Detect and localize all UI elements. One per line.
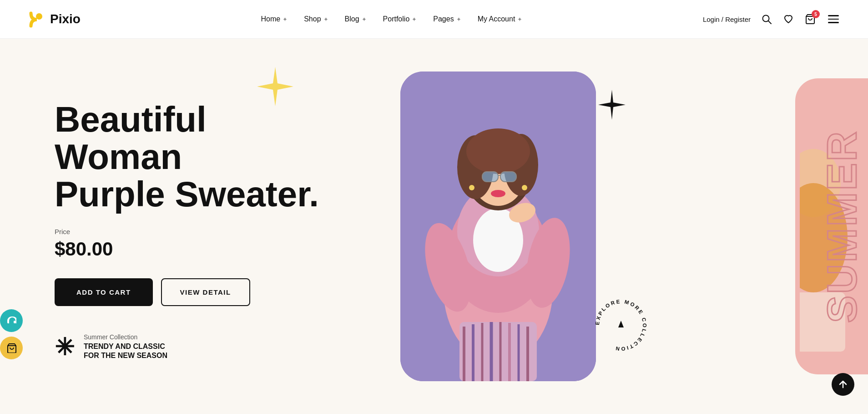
product-image-svg — [400, 72, 596, 381]
nav-portfolio-plus: ✦ — [412, 16, 417, 23]
product-image-card — [400, 72, 596, 381]
scroll-up-button[interactable] — [832, 373, 854, 396]
nav-pages[interactable]: Pages ✦ — [433, 15, 461, 23]
wishlist-icon-button[interactable] — [782, 13, 794, 25]
add-to-cart-button[interactable]: ADD TO CART — [55, 278, 153, 306]
main-nav: Home ✦ Shop ✦ Blog ✦ Portfolio ✦ Pages ✦… — [261, 15, 522, 23]
site-header: Pixio Home ✦ Shop ✦ Blog ✦ Portfolio ✦ P… — [0, 0, 868, 39]
nav-blog-plus: ✦ — [362, 16, 367, 23]
cart-float-button[interactable] — [0, 337, 23, 359]
svg-point-0 — [36, 13, 42, 20]
nav-account-plus: ✦ — [517, 16, 522, 23]
star-yellow-decoration — [255, 66, 296, 109]
hero-section: Beautiful Woman Purple Sweater. Price $8… — [0, 39, 868, 414]
heart-icon — [783, 14, 793, 24]
logo-text: Pixio — [50, 12, 81, 26]
logo[interactable]: Pixio — [27, 10, 81, 29]
collection-description: TRENDY AND CLASSIC FOR THE NEW SEASON — [84, 342, 167, 361]
svg-marker-4 — [257, 67, 293, 106]
svg-point-26 — [466, 128, 530, 174]
login-register-link[interactable]: Login / Register — [703, 15, 751, 23]
svg-rect-28 — [500, 172, 516, 182]
price-value: $80.00 — [55, 238, 337, 260]
search-icon — [762, 14, 772, 24]
nav-shop-plus: ✦ — [323, 16, 328, 23]
svg-point-30 — [491, 190, 505, 197]
summer-panel: SUMMER — [795, 78, 868, 374]
svg-rect-40 — [14, 321, 15, 323]
svg-point-32 — [522, 185, 527, 190]
svg-rect-8 — [459, 322, 537, 381]
header-actions: Login / Register 5 — [703, 13, 841, 25]
price-label: Price — [55, 228, 337, 235]
logo-icon — [27, 10, 46, 29]
hero-title: Beautiful Woman Purple Sweater. — [55, 101, 337, 213]
hero-content: Beautiful Woman Purple Sweater. Price $8… — [0, 39, 373, 414]
nav-home[interactable]: Home ✦ — [261, 15, 288, 23]
summer-strip: ✳ Summer Collection TRENDY AND CLASSIC F… — [55, 333, 337, 361]
collection-label: Summer Collection — [84, 333, 167, 341]
cart-badge: 5 — [812, 10, 820, 18]
svg-point-31 — [469, 185, 474, 190]
search-icon-button[interactable] — [761, 13, 772, 25]
svg-rect-39 — [7, 321, 9, 323]
support-float-button[interactable] — [0, 309, 23, 332]
up-arrow-icon — [838, 379, 848, 389]
basket-icon — [6, 343, 16, 353]
summer-vertical-text: SUMMER — [819, 130, 866, 323]
nav-portfolio[interactable]: Portfolio ✦ — [383, 15, 417, 23]
nav-shop[interactable]: Shop ✦ — [304, 15, 328, 23]
hero-buttons: ADD TO CART VIEW DETAIL — [55, 278, 337, 306]
asterisk-icon: ✳ — [55, 335, 75, 359]
explore-circle-svg: EXPLORE MORE COLLECTION — [591, 296, 651, 355]
nav-home-plus: ✦ — [283, 16, 288, 23]
cart-icon-button[interactable]: 5 — [804, 13, 816, 25]
view-detail-button[interactable]: VIEW DETAIL — [161, 278, 250, 306]
floating-buttons — [0, 309, 23, 359]
hamburger-menu[interactable] — [826, 13, 841, 25]
nav-blog[interactable]: Blog ✦ — [345, 15, 367, 23]
nav-my-account[interactable]: My Account ✦ — [478, 15, 523, 23]
svg-rect-27 — [482, 172, 498, 182]
nav-pages-plus: ✦ — [456, 16, 461, 23]
svg-marker-5 — [598, 90, 626, 120]
svg-line-2 — [768, 21, 771, 24]
svg-marker-35 — [618, 321, 624, 327]
explore-circle[interactable]: EXPLORE MORE COLLECTION — [591, 296, 651, 355]
headset-icon — [6, 316, 16, 326]
